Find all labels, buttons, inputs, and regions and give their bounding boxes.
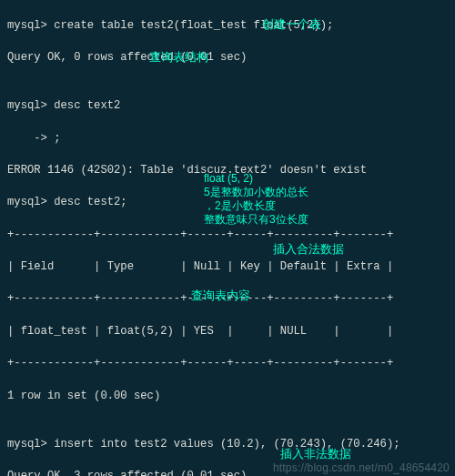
cmd-desc-wrong: mysql> desc text2: [7, 98, 451, 115]
cmd-desc-right: mysql> desc test2;: [7, 195, 451, 211]
prompt: mysql>: [7, 438, 54, 451]
desc-sep-top: +------------+------------+------+-----+…: [7, 228, 451, 244]
cmd-create-table: mysql> create table test2(float_test flo…: [7, 18, 451, 35]
desc-row: | float_test | float(5,2) | YES | | NULL…: [7, 324, 451, 340]
cmd-text: insert into test2 values (10.2), (70.243…: [54, 438, 399, 451]
result-ok-1: Query OK, 0 rows affected (0.01 sec): [7, 50, 451, 66]
desc-sep-bot: +------------+------------+------+-----+…: [7, 356, 451, 372]
prompt: mysql>: [7, 19, 54, 32]
cmd-text: desc test2;: [54, 196, 126, 208]
desc-header: | Field | Type | Null | Key | Default | …: [7, 259, 451, 276]
error-1146: ERROR 1146 (42S02): Table 'discuz.text2'…: [7, 163, 451, 179]
result-rows-1: 1 row in set (0.00 sec): [7, 389, 451, 405]
desc-sep-mid: +------------+------------+------+-----+…: [7, 291, 451, 308]
cmd-insert-ok: mysql> insert into test2 values (10.2), …: [7, 437, 451, 453]
prompt: mysql>: [7, 196, 54, 208]
watermark: https://blog.csdn.net/m0_48654420: [273, 461, 450, 476]
cmd-text: create table test2(float_test float(5,2)…: [54, 19, 333, 32]
terminal[interactable]: mysql> create table test2(float_test flo…: [0, 0, 455, 476]
cmd-text: desc text2: [54, 99, 120, 112]
cont-prompt: -> ;: [7, 131, 451, 147]
prompt: mysql>: [7, 99, 54, 112]
